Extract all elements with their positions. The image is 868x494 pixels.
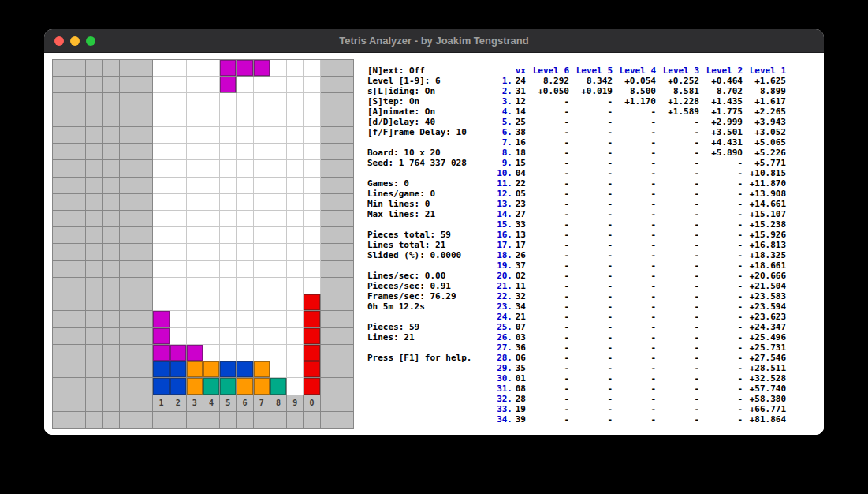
border-cell [103, 194, 120, 211]
field-cell [237, 294, 253, 311]
border-cell [53, 311, 69, 327]
border-cell [86, 93, 102, 110]
level-value: +10.815 [743, 168, 786, 178]
zoom-button[interactable] [86, 36, 95, 46]
field-cell [237, 328, 253, 345]
level-value: - [569, 281, 613, 291]
border-cell [136, 77, 153, 93]
level-value: - [699, 353, 743, 363]
level-value: - [526, 158, 569, 168]
field-cell [187, 160, 203, 177]
level-value: - [656, 178, 699, 189]
border-cell [103, 412, 120, 429]
table-row: 10.04-----+10.815 [495, 168, 786, 178]
level-value: - [526, 342, 569, 353]
level-value: - [656, 250, 699, 260]
status-line: [d/D]elay: 40 [367, 117, 471, 127]
close-button[interactable] [54, 36, 64, 46]
field-cell [287, 345, 304, 361]
field-cell [203, 60, 220, 77]
field-cell [153, 60, 170, 77]
field-cell [203, 160, 220, 177]
border-cell [53, 244, 69, 260]
level-value: - [656, 353, 699, 363]
level-value: 8.581 [656, 86, 699, 96]
level-value: +24.347 [743, 322, 786, 332]
field-cell [287, 127, 304, 144]
table-row: 26.03-----+25.496 [495, 332, 786, 342]
field-cell [287, 278, 304, 294]
status-line [367, 260, 471, 271]
level-value: +25.496 [743, 332, 786, 342]
field-cell [220, 345, 237, 361]
field-cell [170, 244, 187, 260]
border-cell [86, 144, 102, 160]
vx-value: 39 [512, 414, 526, 425]
field-cell [287, 178, 304, 194]
level-value: - [526, 332, 569, 342]
level-value: - [526, 168, 569, 178]
piece-cell [153, 361, 170, 378]
vx-value: 25 [512, 117, 526, 127]
column-label: 6 [237, 395, 253, 412]
vx-value: 38 [512, 127, 526, 137]
field-cell [187, 194, 203, 211]
column-header: Level 2 [699, 65, 743, 76]
level-value: - [699, 189, 743, 199]
table-row: 19.37-----+18.661 [495, 260, 786, 271]
field-cell [153, 211, 170, 227]
level-value: +0.464 [699, 76, 743, 86]
vx-value: 32 [512, 291, 526, 301]
field-cell [254, 278, 270, 294]
border-cell [321, 110, 337, 127]
level-value: +32.528 [743, 373, 786, 384]
level-value: - [613, 404, 656, 414]
vx-value: 02 [512, 271, 526, 281]
border-cell [69, 144, 86, 160]
level-value: +21.504 [743, 281, 786, 291]
field-cell [187, 261, 203, 278]
border-cell [53, 361, 69, 378]
titlebar[interactable]: Tetris Analyzer - by Joakim Tengstrand [44, 29, 824, 53]
level-value: - [526, 96, 569, 107]
border-cell [136, 261, 153, 278]
border-cell [321, 93, 337, 110]
row-number: 6. [495, 127, 512, 137]
piece-cell [304, 328, 320, 345]
field-cell [287, 294, 304, 311]
field-cell [153, 110, 170, 127]
row-number: 11. [495, 178, 512, 189]
field-cell [287, 144, 304, 160]
level-value: - [699, 342, 743, 353]
field-cell [237, 77, 253, 93]
table-row: 29.35-----+28.511 [495, 363, 786, 373]
field-cell [153, 127, 170, 144]
field-cell [287, 244, 304, 260]
level-value: - [656, 148, 699, 158]
row-number: 25. [495, 322, 512, 332]
level-value: - [656, 281, 699, 291]
border-cell [136, 93, 153, 110]
piece-cell [220, 361, 237, 378]
level-value: +5.771 [743, 158, 786, 168]
level-value: - [656, 199, 699, 209]
column-label: 4 [203, 395, 220, 412]
level-value: - [569, 96, 613, 107]
row-number: 34. [495, 414, 512, 425]
border-cell [103, 345, 120, 361]
status-line: Min lines: 0 [367, 199, 471, 209]
vx-value: 24 [512, 76, 526, 86]
field-cell [237, 227, 253, 244]
minimize-button[interactable] [70, 36, 80, 46]
level-value: - [699, 240, 743, 250]
border-cell [86, 261, 102, 278]
field-cell [237, 160, 253, 177]
row-number: 14. [495, 209, 512, 219]
piece-cell [170, 361, 187, 378]
field-cell [153, 93, 170, 110]
border-cell [337, 93, 354, 110]
level-value: - [526, 414, 569, 425]
border-cell [69, 93, 86, 110]
level-value: +0.050 [526, 86, 569, 96]
vx-value: 01 [512, 373, 526, 384]
